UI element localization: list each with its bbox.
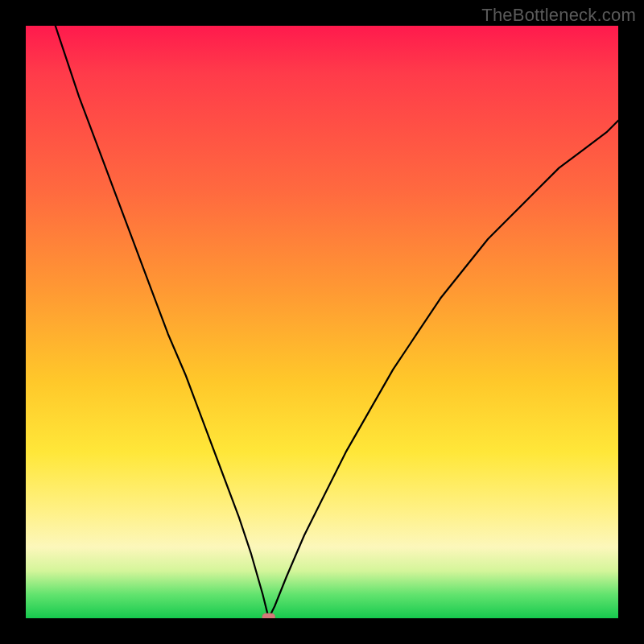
- bottleneck-curve: [26, 26, 618, 618]
- optimal-balance-marker: [262, 613, 275, 618]
- plot-area: [26, 26, 618, 618]
- curve-path: [26, 26, 618, 618]
- watermark-text: TheBottleneck.com: [481, 5, 636, 26]
- chart-frame: TheBottleneck.com: [0, 0, 644, 644]
